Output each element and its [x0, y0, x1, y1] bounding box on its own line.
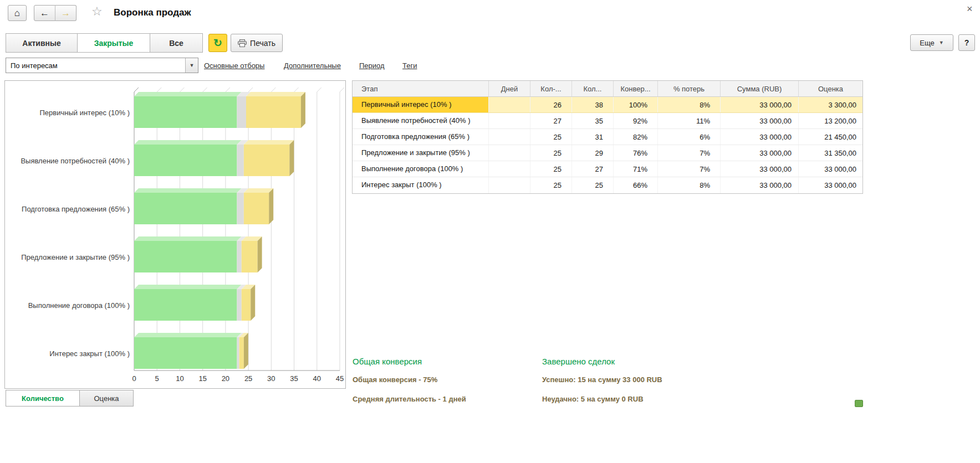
stage-cell[interactable]: Первичный интерес (10% ) — [353, 97, 489, 112]
value-cell[interactable]: 76% — [614, 145, 658, 161]
value-cell[interactable]: 27 — [530, 113, 572, 128]
value-cell[interactable]: 25 — [530, 161, 572, 177]
grouping-select[interactable]: По интересам ▼ — [6, 58, 198, 73]
funnel-chart[interactable]: 051015202530354045Первичный интерес (10%… — [5, 81, 344, 388]
tab-all-deals[interactable]: Все — [150, 33, 203, 53]
stage-cell[interactable]: Выполнение договора (100% ) — [353, 161, 489, 177]
combo-dropdown-button[interactable]: ▼ — [185, 58, 198, 73]
table-row[interactable]: Выполнение договора (100% )252771%7%33 0… — [353, 161, 862, 177]
back-button[interactable]: ← — [34, 5, 55, 21]
value-cell[interactable]: 7% — [658, 145, 721, 161]
value-cell[interactable]: 11% — [658, 113, 721, 128]
bar-segment[interactable] — [237, 193, 244, 224]
chart-tab-score[interactable]: Оценка — [79, 390, 134, 407]
value-cell[interactable]: 33 000,00 — [721, 97, 799, 112]
table-row[interactable]: Интерес закрыт (100% )252566%8%33 000,00… — [353, 177, 862, 193]
more-button[interactable]: Еще ▼ — [910, 34, 953, 51]
refresh-button[interactable]: ↻ — [208, 34, 227, 52]
value-cell[interactable]: 82% — [614, 129, 658, 145]
column-header[interactable]: % потерь — [658, 81, 721, 96]
bar-segment[interactable] — [242, 241, 258, 272]
tab-active-deals[interactable]: Активные — [6, 33, 78, 53]
value-cell[interactable] — [489, 113, 530, 128]
value-cell[interactable]: 27 — [572, 161, 614, 177]
bar-segment[interactable] — [237, 96, 246, 128]
value-cell[interactable]: 25 — [572, 177, 614, 193]
value-cell[interactable]: 29 — [572, 145, 614, 161]
column-header[interactable]: Конвер... — [614, 81, 658, 96]
close-icon[interactable]: × — [967, 4, 973, 14]
home-button[interactable]: ⌂ — [8, 5, 27, 21]
value-cell[interactable]: 33 000,00 — [721, 129, 799, 145]
value-cell[interactable] — [489, 177, 530, 193]
value-cell[interactable]: 25 — [530, 145, 572, 161]
column-header[interactable]: Оценка — [799, 81, 862, 96]
value-cell[interactable]: 31 — [572, 129, 614, 145]
value-cell[interactable]: 33 000,00 — [721, 177, 799, 193]
favorite-star-icon[interactable]: ☆ — [91, 6, 103, 18]
value-cell[interactable]: 33 000,00 — [721, 145, 799, 161]
value-cell[interactable]: 3 300,00 — [799, 97, 862, 112]
bar-segment[interactable] — [237, 289, 242, 321]
column-header[interactable]: Этап — [353, 81, 489, 96]
value-cell[interactable]: 13 200,00 — [799, 113, 862, 128]
value-cell[interactable]: 21 450,00 — [799, 129, 862, 145]
stage-cell[interactable]: Выявление потребностей (40% ) — [353, 113, 489, 128]
value-cell[interactable]: 25 — [530, 129, 572, 145]
value-cell[interactable]: 8% — [658, 97, 721, 112]
value-cell[interactable] — [489, 161, 530, 177]
stage-cell[interactable]: Интерес закрыт (100% ) — [353, 177, 489, 193]
bar-segment[interactable] — [237, 337, 239, 369]
forward-button[interactable]: → — [55, 5, 76, 21]
value-cell[interactable]: 8% — [658, 177, 721, 193]
column-header[interactable]: Сумма (RUB) — [721, 81, 799, 96]
column-header[interactable]: Кол-... — [530, 81, 572, 96]
value-cell[interactable]: 7% — [658, 161, 721, 177]
value-cell[interactable]: 33 000,00 — [799, 177, 862, 193]
value-cell[interactable]: 71% — [614, 161, 658, 177]
column-header[interactable]: Дней — [489, 81, 530, 96]
help-button[interactable]: ? — [958, 34, 975, 51]
value-cell[interactable]: 33 000,00 — [721, 161, 799, 177]
value-cell[interactable]: 31 350,00 — [799, 145, 862, 161]
link-tags[interactable]: Теги — [402, 61, 417, 70]
value-cell[interactable]: 38 — [572, 97, 614, 112]
value-cell[interactable] — [489, 97, 530, 112]
bar-segment[interactable] — [246, 96, 301, 128]
value-cell[interactable]: 100% — [614, 97, 658, 112]
value-cell[interactable] — [489, 129, 530, 145]
value-cell[interactable]: 35 — [572, 113, 614, 128]
stage-cell[interactable]: Подготовка предложения (65% ) — [353, 129, 489, 145]
bar-segment[interactable] — [237, 241, 242, 272]
bar-segment[interactable] — [244, 193, 269, 224]
value-cell[interactable]: 33 000,00 — [799, 161, 862, 177]
value-cell[interactable]: 26 — [530, 97, 572, 112]
value-cell[interactable] — [489, 145, 530, 161]
value-cell[interactable]: 66% — [614, 177, 658, 193]
bar-segment[interactable] — [239, 337, 244, 369]
bar-segment[interactable] — [237, 145, 244, 176]
stage-cell[interactable]: Предложение и закрытие (95% ) — [353, 145, 489, 161]
table-row[interactable]: Первичный интерес (10% )2638100%8%33 000… — [353, 97, 862, 113]
value-cell[interactable]: 6% — [658, 129, 721, 145]
table-row[interactable]: Подготовка предложения (65% )253182%6%33… — [353, 129, 862, 145]
bar-segment[interactable] — [134, 337, 237, 369]
link-period[interactable]: Период — [359, 61, 385, 70]
value-cell[interactable]: 25 — [530, 177, 572, 193]
bar-segment[interactable] — [134, 193, 237, 224]
table-row[interactable]: Предложение и закрытие (95% )252976%7%33… — [353, 145, 862, 161]
column-header[interactable]: Кол... — [572, 81, 614, 96]
value-cell[interactable]: 33 000,00 — [721, 113, 799, 128]
table-row[interactable]: Выявление потребностей (40% )273592%11%3… — [353, 113, 862, 129]
print-button[interactable]: Печать — [231, 34, 283, 52]
bar-segment[interactable] — [134, 96, 237, 128]
chart-tab-quantity[interactable]: Количество — [6, 390, 80, 407]
bar-segment[interactable] — [134, 289, 237, 321]
bar-segment[interactable] — [134, 241, 237, 272]
bar-segment[interactable] — [134, 145, 237, 176]
link-main-filters[interactable]: Основные отборы — [204, 61, 264, 70]
value-cell[interactable]: 92% — [614, 113, 658, 128]
tab-closed-deals[interactable]: Закрытые — [77, 33, 150, 53]
link-additional-filters[interactable]: Дополнительные — [284, 61, 341, 70]
bar-segment[interactable] — [242, 289, 251, 321]
